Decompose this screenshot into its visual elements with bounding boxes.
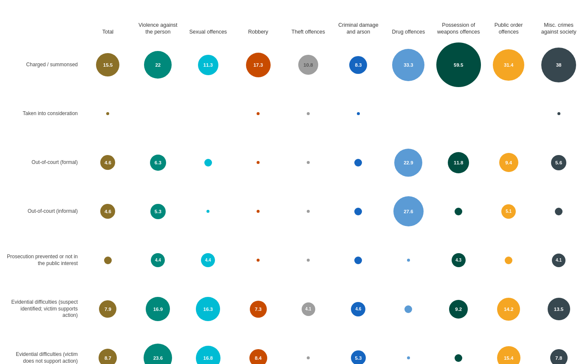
bubble: 6.3 [150,155,166,171]
bubble: 9.2 [449,300,468,319]
cell-r6-c6 [383,333,433,364]
cell-r1-c7 [433,89,483,138]
bubble: 5.3 [351,350,366,364]
bubble: 22 [144,51,172,79]
cell-r4-c2: 4.4 [183,236,233,285]
cell-r1-c6 [383,89,433,138]
tiny-dot [206,210,209,213]
bubble: 4.3 [452,253,466,267]
bubble: 4.6 [100,155,115,170]
bubble: 9.4 [499,153,518,172]
cell-r5-c8: 14.2 [483,285,534,333]
cell-r4-c6 [383,236,433,285]
col-header-public: Public order offences [483,8,534,40]
cell-r3-c8: 5.1 [483,187,534,236]
tiny-dot [257,210,260,213]
cell-r4-c1: 4.4 [133,236,183,285]
tiny-dot [307,161,310,164]
bubble: 59.5 [436,42,481,87]
bubble: 4.6 [100,204,115,219]
cell-r0-c4: 10.8 [283,40,334,89]
tiny-dot [357,112,360,115]
cell-r1-c9 [534,89,584,138]
cell-r2-c7: 11.8 [433,138,483,187]
bubble: 15.4 [497,346,520,364]
bubble: 23.6 [144,344,172,364]
cell-r3-c1: 5.3 [133,187,183,236]
cell-r5-c6 [383,285,433,333]
cell-r0-c6: 33.3 [383,40,433,89]
col-header-total: Total [83,8,133,40]
cell-r2-c3 [233,138,283,187]
cell-r3-c9 [534,187,584,236]
cell-r5-c2: 16.3 [183,285,233,333]
cell-r2-c5 [334,138,384,187]
cell-r0-c3: 17.3 [233,40,283,89]
medium-dot [555,208,563,215]
medium-dot [404,305,412,313]
cell-r2-c6: 22.9 [383,138,433,187]
cell-r1-c4 [283,89,334,138]
col-header-misc: Misc. crimes against society [534,8,584,40]
bubble: 5.1 [501,204,516,219]
cell-r2-c4 [283,138,334,187]
cell-r5-c5: 4.6 [334,285,384,333]
bubble: 16.3 [196,297,220,321]
medium-dot [104,257,112,264]
cell-r6-c7 [433,333,483,364]
cell-r6-c1: 23.6 [133,333,183,364]
bubble: 13.5 [548,298,570,320]
col-header-sexual: Sexual offences [183,8,233,40]
row-label-2: Out-of-court (formal) [4,138,83,187]
cell-r5-c7: 9.2 [433,285,483,333]
tiny-dot [307,112,310,115]
col-header-drug: Drug offences [383,8,433,40]
cell-r4-c5 [334,236,384,285]
cell-r1-c8 [483,89,534,138]
cell-r2-c2 [183,138,233,187]
tiny-dot [307,259,310,262]
cell-r3-c3 [233,187,283,236]
tiny-dot [257,112,260,115]
cell-r4-c0 [83,236,133,285]
cell-r5-c1: 16.9 [133,285,183,333]
cell-r3-c5 [334,187,384,236]
cell-r0-c1: 22 [133,40,183,89]
cell-r1-c2 [183,89,233,138]
bubble: 8.3 [349,56,367,74]
medium-dot [455,208,462,215]
bubble: 5.3 [150,204,166,219]
bubble: 4.1 [552,254,565,267]
bubble: 11.3 [198,55,218,75]
bubble: 31.4 [493,49,524,81]
bubble: 8.4 [249,349,267,364]
bubble: 16.8 [196,346,220,364]
bubble: 16.9 [146,297,170,321]
row-label-3: Out-of-court (informal) [4,187,83,236]
cell-r1-c3 [233,89,283,138]
tiny-dot [307,356,310,359]
row-label-1: Taken into consideration [4,89,83,138]
cell-r2-c0: 4.6 [83,138,133,187]
bubble: 11.8 [448,152,469,173]
bubble: 4.4 [201,253,215,267]
tiny-dot [257,259,260,262]
tiny-dot [307,210,310,213]
col-header-violence: Violence against the person [133,8,183,40]
cell-r3-c6: 27.6 [383,187,433,236]
cell-r3-c7 [433,187,483,236]
cell-r6-c4 [283,333,334,364]
cell-r1-c1 [133,89,183,138]
cell-r0-c2: 11.3 [183,40,233,89]
cell-r2-c9: 5.6 [534,138,584,187]
bubble: 7.9 [99,300,116,318]
bubble-chart: TotalViolence against the personSexual o… [0,0,588,364]
cell-r2-c1: 6.3 [133,138,183,187]
col-header-theft: Theft offences [283,8,334,40]
bubble: 4.4 [151,253,165,267]
cell-r5-c0: 7.9 [83,285,133,333]
cell-r0-c0: 15.5 [83,40,133,89]
bubble: 38 [541,48,576,82]
bubble: 33.3 [392,49,424,81]
cell-r5-c4: 4.1 [283,285,334,333]
